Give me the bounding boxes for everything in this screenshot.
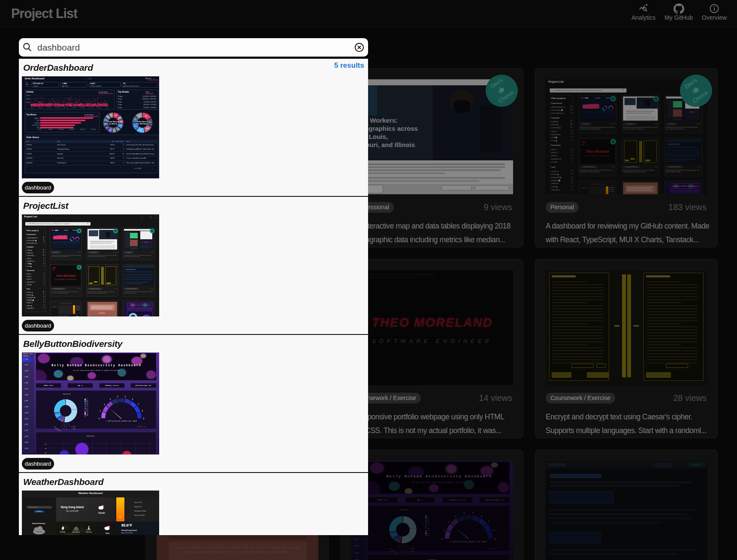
svg-text:Nov: Nov [106, 127, 109, 129]
svg-text:ALDI: ALDI [37, 127, 39, 129]
svg-text:Mar: Mar [110, 114, 113, 116]
svg-text:$4,500.00: $4,500.00 [91, 129, 96, 130]
svg-text:Tue: Tue [149, 121, 151, 123]
svg-text:Total Spend: Total Spend [108, 120, 119, 123]
svg-text:by Month: by Month [109, 123, 118, 125]
svg-text:May: May [118, 117, 121, 119]
svg-text:Hong Kong: Hong Kong [36, 531, 42, 533]
svg-text:Fri: Fri [134, 119, 136, 120]
svg-text:Feb: Feb [107, 116, 109, 118]
svg-text:Jul: Jul [119, 125, 121, 126]
svg-text:Wed: Wed [146, 128, 149, 129]
svg-text:Thu: Thu [139, 129, 142, 131]
svg-text:Jun: Jun [120, 121, 122, 123]
svg-text:Dollar General: Dollar General [32, 124, 39, 126]
svg-text:Sep: Sep [113, 129, 115, 131]
svg-text:Dec: Dec [104, 123, 107, 125]
svg-text:$0.00: $0.00 [39, 129, 42, 130]
svg-text:$1,500.00: $1,500.00 [59, 129, 64, 130]
svg-text:Dierbergs: Dierbergs [35, 122, 40, 124]
svg-text:150: 150 [45, 452, 47, 454]
svg-text:Jan: Jan [105, 119, 107, 121]
svg-text:by Weekday: by Weekday [137, 123, 148, 125]
svg-text:250: 250 [45, 444, 47, 445]
svg-text:Aug: Aug [117, 128, 119, 130]
svg-text:Target: Target [36, 120, 39, 121]
svg-text:$3,500.00: $3,500.00 [80, 129, 85, 130]
svg-text:Total Spend: Total Spend [137, 120, 148, 123]
svg-text:200: 200 [45, 448, 47, 449]
svg-text:$2,500.00: $2,500.00 [69, 129, 75, 130]
svg-text:Apr: Apr [115, 114, 117, 116]
svg-text:$500.00: $500.00 [48, 129, 53, 130]
svg-text:Sat: Sat [138, 115, 140, 117]
svg-text:Oct: Oct [109, 129, 112, 131]
svg-text:Walgreens: Walgreens [34, 117, 40, 119]
svg-text:Mon: Mon [145, 115, 148, 117]
svg-text:Sun: Sun [134, 125, 137, 127]
